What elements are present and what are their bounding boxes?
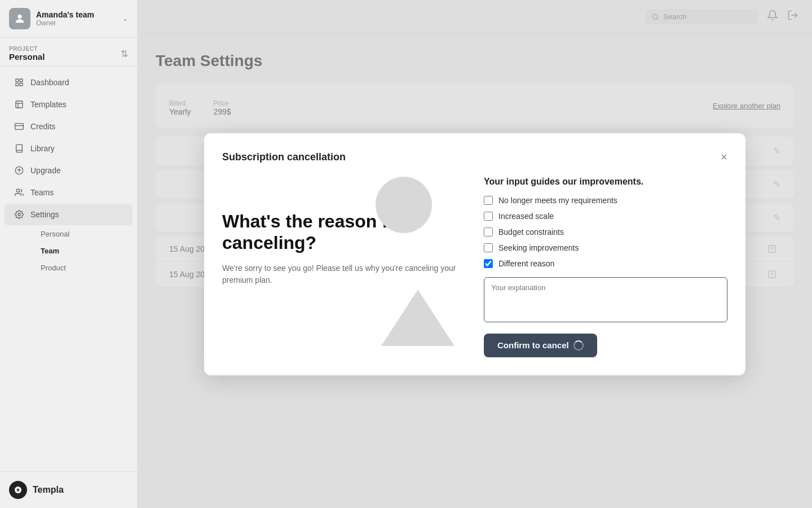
svg-rect-1 (16, 79, 19, 82)
modal-title: Subscription cancellation (222, 151, 346, 163)
cancel-subtext: We're sorry to see you go! Please tell u… (222, 262, 466, 286)
checkbox-seeking[interactable] (484, 243, 493, 252)
credits-label: Credits (30, 122, 55, 131)
grid-icon (14, 77, 25, 88)
subnav-team[interactable]: Team (32, 243, 133, 259)
checkbox-scale-label: Increased scale (498, 212, 554, 221)
settings-subnav: Personal Team Product (0, 226, 137, 276)
main-content: Team Settings Billed Yearly Price 299$ E… (138, 0, 812, 508)
svg-rect-8 (15, 124, 24, 130)
team-role: Owner (36, 19, 122, 27)
teams-label: Teams (30, 188, 54, 197)
svg-rect-3 (16, 83, 19, 86)
confirm-cancel-label: Confirm to cancel (497, 340, 569, 350)
checkbox-budget[interactable] (484, 227, 493, 237)
checkbox-item-scale[interactable]: Increased scale (484, 212, 727, 221)
checkbox-budget-label: Budget constraints (498, 227, 564, 237)
modal-body: What's the reason for canceling? We're s… (222, 177, 727, 357)
checkbox-item-budget[interactable]: Budget constraints (484, 227, 727, 237)
sidebar-item-dashboard[interactable]: Dashboard (5, 72, 133, 93)
project-chevron-icon: ⇅ (121, 49, 128, 59)
dashboard-label: Dashboard (30, 78, 69, 87)
checkbox-item-requirements[interactable]: No longer meets my requirements (484, 196, 727, 205)
sidebar-item-settings[interactable]: Settings (5, 204, 133, 225)
project-info: PROJECT Personal (9, 46, 45, 62)
templates-label: Templates (30, 100, 67, 109)
checkbox-item-different[interactable]: Different reason (484, 259, 727, 268)
project-section[interactable]: PROJECT Personal ⇅ (0, 38, 137, 67)
input-guide-text: Your input guides our improvements. (484, 177, 727, 187)
project-label: PROJECT (9, 46, 45, 52)
svg-point-13 (18, 213, 20, 216)
subscription-cancellation-modal: Subscription cancellation × What's the r… (204, 133, 745, 375)
book-icon (14, 143, 25, 154)
modal-left: What's the reason for canceling? We're s… (222, 177, 466, 357)
library-label: Library (30, 144, 55, 153)
modal-header: Subscription cancellation × (222, 151, 727, 163)
sidebar-bottom: Templa (0, 471, 137, 508)
team-header[interactable]: Amanda's team Owner ⌄ (0, 0, 137, 38)
subnav-personal[interactable]: Personal (32, 226, 133, 242)
checkbox-requirements-label: No longer meets my requirements (498, 196, 617, 205)
checkbox-seeking-label: Seeking improvements (498, 243, 579, 252)
checkbox-requirements[interactable] (484, 196, 493, 205)
sidebar: Amanda's team Owner ⌄ PROJECT Personal ⇅… (0, 0, 138, 508)
sidebar-item-teams[interactable]: Teams (5, 182, 133, 203)
project-name: Personal (9, 52, 45, 62)
templa-logo-icon (9, 481, 27, 499)
checkbox-different-label: Different reason (498, 259, 554, 268)
confirm-cancel-button[interactable]: Confirm to cancel (484, 334, 597, 357)
checkbox-group: No longer meets my requirements Increase… (484, 196, 727, 268)
svg-rect-4 (20, 83, 23, 86)
nav-section: Dashboard Templates Credits Library Upgr… (0, 67, 137, 471)
team-name: Amanda's team (36, 10, 122, 19)
team-avatar (9, 8, 30, 29)
sidebar-item-templates[interactable]: Templates (5, 94, 133, 115)
explanation-textarea[interactable] (484, 277, 727, 322)
decorative-triangle (381, 290, 454, 346)
settings-icon (14, 209, 25, 220)
subnav-product[interactable]: Product (32, 260, 133, 276)
settings-label: Settings (30, 210, 59, 219)
checkbox-different[interactable] (484, 259, 493, 268)
layout-icon (14, 99, 25, 110)
decorative-circle (376, 177, 432, 233)
checkbox-scale[interactable] (484, 212, 493, 221)
team-info: Amanda's team Owner (36, 10, 122, 27)
loading-spinner (573, 340, 584, 351)
credit-card-icon (14, 121, 25, 132)
templa-logo-text: Templa (33, 485, 64, 495)
sidebar-item-upgrade[interactable]: Upgrade (5, 160, 133, 181)
users-icon (14, 187, 25, 198)
sidebar-item-credits[interactable]: Credits (5, 116, 133, 137)
modal-right: Your input guides our improvements. No l… (484, 177, 727, 357)
modal-overlay: Subscription cancellation × What's the r… (138, 0, 812, 508)
arrow-up-icon (14, 165, 25, 176)
checkbox-item-seeking[interactable]: Seeking improvements (484, 243, 727, 252)
svg-point-0 (17, 15, 21, 19)
svg-point-12 (16, 189, 19, 192)
svg-rect-2 (20, 79, 23, 82)
svg-rect-5 (16, 101, 23, 108)
chevron-down-icon: ⌄ (122, 15, 128, 23)
upgrade-label: Upgrade (30, 166, 61, 175)
close-modal-button[interactable]: × (721, 151, 727, 163)
sidebar-item-library[interactable]: Library (5, 138, 133, 159)
